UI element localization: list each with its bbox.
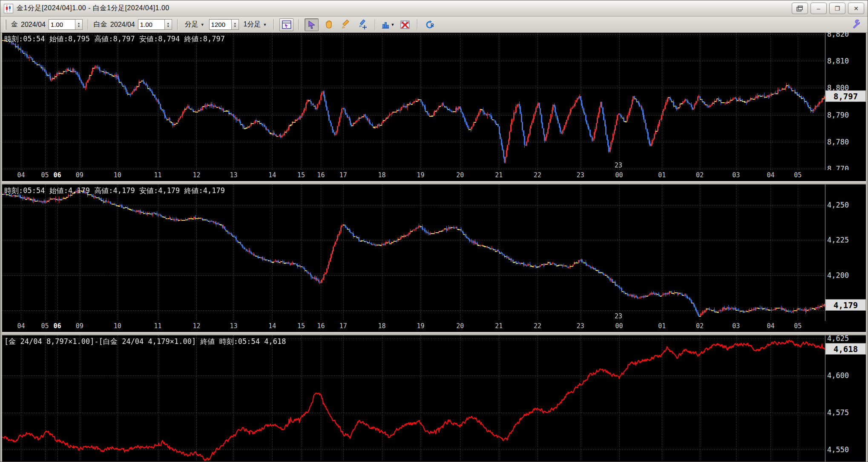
price-tick-label: 8,820	[827, 30, 849, 38]
gold-chart-panel: 時刻:05:54 始値:8,795 高値:8,797 安値:8,794 終値:8…	[2, 33, 866, 181]
gold-multiplier-input[interactable]	[49, 19, 75, 30]
gold-price-axis[interactable]: 8,8208,8108,8008,7908,7808,7708,797	[825, 33, 866, 170]
toolbar-separator	[299, 19, 299, 30]
bar-chart-menu-arrow: ▼	[391, 23, 395, 27]
bar-count-spinner[interactable]: ▲▼	[231, 19, 239, 30]
day-change-label: 23	[615, 162, 622, 169]
pen-crosshair-icon	[358, 20, 368, 30]
settings-button[interactable]	[849, 18, 863, 31]
last-price-box: 8,797	[825, 90, 866, 102]
maximize-button[interactable]: ❐	[829, 3, 845, 14]
hand-pan-button[interactable]	[322, 18, 336, 31]
time-tick-label: 03	[732, 322, 740, 330]
panel-divider[interactable]	[2, 332, 866, 335]
interval-dropdown[interactable]: 1分足▼	[242, 19, 269, 30]
time-tick-label: 21	[495, 171, 503, 179]
pointer-button[interactable]	[305, 18, 319, 31]
time-tick-label: 14	[268, 171, 276, 179]
chart-region: 時刻:05:54 始値:8,795 高値:8,797 安値:8,794 終値:8…	[0, 33, 868, 462]
gold-multiplier-spinbox[interactable]: ▲▼	[49, 19, 83, 30]
bar-count-input[interactable]	[209, 19, 231, 30]
pencil-draw-button[interactable]	[339, 18, 353, 31]
pen-crosshair-button[interactable]	[356, 18, 370, 31]
time-tick-label: 11	[154, 322, 162, 330]
platinum-multiplier-input[interactable]	[138, 19, 164, 30]
gold-month-label: 2024/04	[21, 21, 46, 29]
candlestick-app-icon	[4, 4, 13, 13]
time-tick-label: 22	[534, 322, 541, 330]
panel-divider[interactable]	[2, 181, 866, 185]
bar-chart-icon	[381, 20, 390, 29]
time-tick-label: 19	[417, 171, 424, 179]
gold-multiplier-spinner[interactable]: ▲▼	[75, 19, 83, 30]
toolbar-grip[interactable]	[5, 20, 6, 30]
time-tick-label: 18	[378, 171, 386, 179]
spread-plot-area[interactable]: [金 24/04 8,797×1.00]-[白金 24/04 4,179×1.0…	[2, 335, 825, 462]
time-tick-label: 11	[154, 171, 162, 179]
chart-window: 金1分足[2024/04]1.00 - 白金1分足[2024/04]1.00 –…	[0, 0, 868, 462]
platinum-candlestick-canvas[interactable]	[2, 185, 825, 321]
minimize-button[interactable]: –	[811, 3, 827, 14]
price-tick-label: 4,575	[827, 408, 849, 417]
time-tick-label: 00	[615, 171, 623, 179]
time-tick-label: 04	[17, 171, 25, 179]
time-tick-label: 09	[76, 171, 83, 179]
time-tick-label: 09	[76, 322, 83, 330]
hand-icon	[324, 20, 334, 30]
platinum-plot-area[interactable]: 時刻:05:54 始値:4,179 高値:4,179 安値:4,179 終値:4…	[2, 185, 825, 321]
time-tick-label: 12	[193, 171, 200, 179]
bar-type-dropdown[interactable]: 分足▼	[183, 19, 206, 30]
platinum-price-axis[interactable]: 4,2504,2254,2004,179	[825, 185, 866, 321]
price-tick-label: 8,780	[827, 138, 849, 146]
last-price-box: 4,618	[825, 343, 866, 355]
title-bar: 金1分足[2024/04]1.00 - 白金1分足[2024/04]1.00 –…	[0, 0, 868, 17]
time-tick-label: 22	[534, 171, 541, 179]
price-tick-label: 8,790	[827, 111, 849, 119]
time-tick-label: 20	[456, 171, 464, 179]
time-tick-label: 05	[41, 322, 49, 330]
gold-candlestick-canvas[interactable]	[2, 33, 825, 170]
gold-plot-area[interactable]: 時刻:05:54 始値:8,795 高値:8,797 安値:8,794 終値:8…	[2, 33, 825, 170]
chart-cursor-button[interactable]	[279, 18, 293, 31]
time-tick-label: 19	[417, 322, 424, 330]
price-tick-label: 4,600	[827, 371, 849, 380]
delete-chart-button[interactable]	[398, 18, 412, 31]
spread-price-axis[interactable]: 4,6254,6004,5754,5504,618	[825, 335, 866, 462]
close-button[interactable]: ✕	[848, 3, 864, 14]
time-tick-label: 00	[615, 322, 623, 330]
delete-chart-icon	[400, 20, 410, 30]
toolbar-separator	[375, 19, 376, 30]
window-title: 金1分足[2024/04]1.00 - 白金1分足[2024/04]1.00	[17, 4, 170, 13]
time-tick-label: 02	[696, 322, 704, 330]
spread-line-canvas[interactable]	[2, 335, 825, 462]
wrench-icon	[851, 20, 862, 30]
time-tick-label: 15	[297, 322, 305, 330]
reload-r-icon: R	[425, 20, 435, 30]
bar-chart-menu-button[interactable]: ▼	[381, 18, 395, 31]
pencil-icon	[341, 20, 351, 30]
time-tick-label: 13	[230, 322, 237, 330]
platinum-multiplier-spinbox[interactable]: ▲▼	[138, 19, 172, 30]
price-tick-label: 4,550	[827, 445, 849, 454]
spread-chart-panel: [金 24/04 8,797×1.00]-[白金 24/04 4,179×1.0…	[2, 335, 866, 462]
time-tick-label: 23	[577, 171, 584, 179]
toolbar-separator	[273, 19, 274, 30]
time-tick-label: 04	[767, 171, 774, 179]
time-tick-label: 10	[114, 171, 121, 179]
bar-count-spinbox[interactable]: ▲▼	[209, 19, 239, 30]
platinum-chart-panel: 時刻:05:54 始値:4,179 高値:4,179 安値:4,179 終値:4…	[2, 185, 866, 332]
new-window-button[interactable]	[792, 3, 808, 14]
gold-info-line: 時刻:05:54 始値:8,795 高値:8,797 安値:8,794 終値:8…	[4, 34, 225, 44]
time-tick-label: 01	[658, 171, 666, 179]
time-tick-label: 18	[378, 322, 386, 330]
time-tick-label: 21	[495, 322, 503, 330]
reload-button[interactable]: R	[423, 18, 437, 31]
platinum-multiplier-spinner[interactable]: ▲▼	[164, 19, 172, 30]
time-tick-label: 02	[696, 171, 704, 179]
time-tick-label: 04	[767, 322, 774, 330]
gold-time-axis: 0405060910111213141516171819202122230001…	[2, 170, 866, 181]
toolbar-separator	[88, 19, 89, 30]
time-tick-label: 05	[794, 171, 802, 179]
time-tick-label: 17	[339, 171, 347, 179]
spread-info-line: [金 24/04 8,797×1.00]-[白金 24/04 4,179×1.0…	[4, 337, 286, 346]
